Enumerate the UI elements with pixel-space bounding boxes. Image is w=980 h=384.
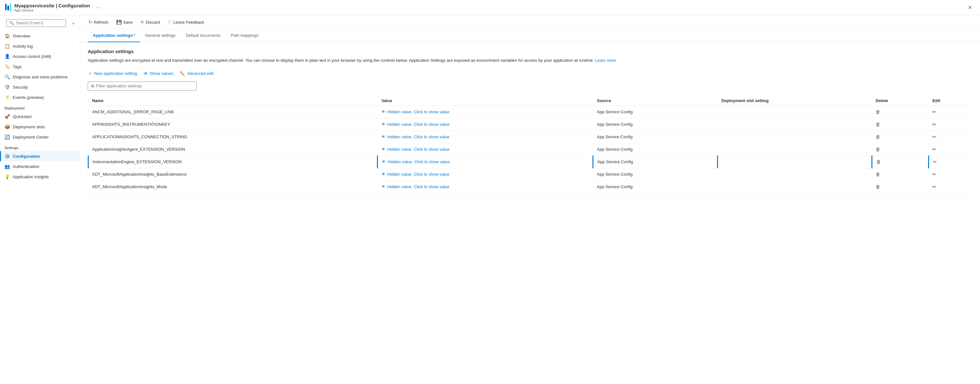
edit-button[interactable]: ✏ [932,134,937,140]
hidden-value-link[interactable]: 👁 Hidden value. Click to show value [382,147,589,152]
cell-source: App Service Config [593,168,718,181]
edit-button[interactable]: ✏ [932,146,937,152]
settings-section-label: Settings [0,142,80,151]
save-button[interactable]: 💾 Save [113,18,136,26]
cell-delete: 🗑 [872,130,928,143]
edit-button[interactable]: ✏ [932,171,937,177]
cell-delete: 🗑 [872,106,928,118]
delete-button[interactable]: 🗑 [876,134,880,140]
sidebar-item-activity-log[interactable]: 📋 Activity log [0,41,80,51]
hidden-value-link[interactable]: 👁 Hidden value. Click to show value [382,135,589,139]
sidebar-item-overview[interactable]: 🏠 Overview [0,31,80,41]
cell-value: 👁 Hidden value. Click to show value [378,106,593,118]
toolbar: ↻ Refresh 💾 Save ✕ Discard ♡ Leave Feedb… [80,15,980,29]
sidebar-item-events[interactable]: ⚡ Events (preview) [0,92,80,102]
hidden-value-link[interactable]: 👁 Hidden value. Click to show value [382,159,589,164]
edit-button[interactable]: ✏ [933,159,937,165]
cell-source: App Service Config [593,156,718,168]
tab-path-mappings[interactable]: Path mappings [226,29,264,42]
sidebar-item-quickstart[interactable]: 🚀 Quickstart [0,111,80,122]
sidebar-item-security[interactable]: 🛡️ Security [0,82,80,92]
cell-source: App Service Config [593,143,718,156]
sidebar-item-tags[interactable]: 🏷️ Tags [0,62,80,72]
filter-icon: ⧉ [91,84,94,89]
learn-more-link[interactable]: Learn more [595,58,616,63]
tab-general-settings[interactable]: General settings [140,29,181,42]
cell-edit: ✏ [928,168,972,181]
new-application-setting-button[interactable]: ＋ New application setting [88,70,137,78]
sidebar-nav: 🏠 Overview 📋 Activity log 👤 Access contr… [0,29,80,183]
cell-deployment-slot [718,118,872,130]
more-options-button[interactable]: ··· [96,5,102,11]
cell-deployment-slot [718,106,872,118]
table-row: InstrumentationEngine_EXTENSION_VERSION👁… [88,156,973,168]
show-values-button[interactable]: 👁 Show values [143,70,173,78]
cell-name: ANCM_ADDITIONAL_ERROR_PAGE_LINK [88,106,378,118]
table-row: APPINSIGHTS_INSTRUMENTATIONKEY👁 Hidden v… [88,118,973,130]
authentication-icon: 👥 [5,164,10,169]
cell-source: App Service Config [593,130,718,143]
hidden-value-link[interactable]: 👁 Hidden value. Click to show value [382,122,589,127]
deployment-slots-icon: 📦 [5,124,10,129]
refresh-button[interactable]: ↻ Refresh [85,18,112,26]
sidebar-item-label: Diagnose and solve problems [13,75,68,79]
filter-box[interactable]: ⧉ [88,82,197,90]
cell-name: XDT_MicrosoftApplicationInsights_BaseExt… [88,168,378,181]
close-button[interactable]: ✕ [965,3,975,13]
cell-name: APPINSIGHTS_INSTRUMENTATIONKEY [88,118,378,130]
feedback-icon: ♡ [167,19,172,25]
tab-default-documents[interactable]: Default documents [181,29,226,42]
sidebar-item-deployment-center[interactable]: 🔄 Deployment Center [0,132,80,142]
sidebar-item-deployment-slots[interactable]: 📦 Deployment slots [0,122,80,132]
col-source: Source [593,96,718,106]
new-setting-icon: ＋ [88,71,92,76]
filter-input[interactable] [96,84,193,88]
edit-button[interactable]: ✏ [932,184,937,189]
delete-button[interactable]: 🗑 [876,184,880,189]
delete-button[interactable]: 🗑 [876,146,880,152]
table-row: ANCM_ADDITIONAL_ERROR_PAGE_LINK👁 Hidden … [88,106,973,118]
logo-bar-1 [5,4,7,10]
table-row: APPLICATIONINSIGHTS_CONNECTION_STRING👁 H… [88,130,973,143]
edit-button[interactable]: ✏ [932,122,937,127]
discard-label: Discard [146,20,160,25]
col-value: Value [378,96,593,106]
search-box[interactable]: 🔍 [6,19,66,27]
hidden-value-link[interactable]: 👁 Hidden value. Click to show value [382,172,589,177]
hidden-value-link[interactable]: 👁 Hidden value. Click to show value [382,184,589,189]
show-values-icon: 👁 [143,71,148,76]
search-input[interactable] [16,21,63,25]
app-title-group: Myappservicesite | Configuration App Ser… [14,3,90,12]
events-icon: ⚡ [5,95,10,100]
tab-label: Application settings [93,33,133,38]
settings-table: Name Value Source Deployment slot settin… [88,96,972,193]
sidebar-item-label: Activity log [13,44,33,49]
search-icon: 🔍 [9,21,14,25]
cell-name: XDT_MicrosoftApplicationInsights_Mode [88,181,378,193]
sidebar-item-access-control[interactable]: 👤 Access control (IAM) [0,51,80,62]
delete-button[interactable]: 🗑 [876,109,880,114]
sidebar-collapse-button[interactable]: « [70,19,78,27]
cell-name: ApplicationInsightsAgent_EXTENSION_VERSI… [88,143,378,156]
sidebar-item-diagnose[interactable]: 🔍 Diagnose and solve problems [0,72,80,82]
col-name: Name [88,96,378,106]
discard-icon: ✕ [140,19,144,25]
edit-button[interactable]: ✏ [932,109,937,114]
sidebar-item-authentication[interactable]: 👥 Authentication [0,161,80,171]
delete-button[interactable]: 🗑 [876,171,880,177]
cell-value: 👁 Hidden value. Click to show value [378,118,593,130]
cell-value: 👁 Hidden value. Click to show value [378,156,593,168]
tab-label: General settings [145,33,175,38]
hidden-value-link[interactable]: 👁 Hidden value. Click to show value [382,109,589,114]
sidebar-item-configuration[interactable]: ⚙️ Configuration [0,151,80,161]
tab-application-settings[interactable]: Application settings* [88,29,140,42]
logo-bar-2 [7,6,9,10]
sidebar-item-application-insights[interactable]: 💡 Application Insights [0,171,80,182]
feedback-button[interactable]: ♡ Leave Feedback [164,18,207,26]
action-bar: ＋ New application setting 👁 Show values … [88,70,972,78]
delete-button[interactable]: 🗑 [876,122,880,127]
discard-button[interactable]: ✕ Discard [137,18,163,26]
advanced-edit-button[interactable]: ✏️ Advanced edit [180,70,213,78]
delete-button[interactable]: 🗑 [876,159,881,165]
cell-delete: 🗑 [872,168,928,181]
